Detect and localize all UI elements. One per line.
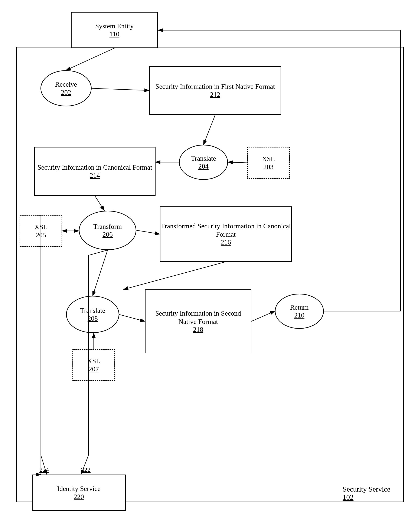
transformed-security-box: Transformed Security Information in Cano…	[160, 206, 292, 262]
security-first-box: Security Information in First Native For…	[149, 66, 281, 115]
receive-ellipse: Receive 202	[40, 70, 92, 106]
translate-208-ellipse: Translate 208	[66, 296, 119, 333]
xsl-203-box: XSL 203	[247, 147, 290, 179]
system-entity-box: System Entity 110	[71, 12, 158, 48]
security-service-box	[16, 47, 404, 502]
security-service-label: Security Service 102	[343, 485, 390, 501]
translate-204-ellipse: Translate 204	[179, 145, 228, 180]
security-second-box: Security Information in Second Native Fo…	[145, 289, 251, 353]
transform-206-ellipse: Transform 206	[79, 211, 136, 250]
xsl-205-box: XSL 205	[20, 215, 62, 247]
diagram: Security Service 102 System Entity 110 R…	[0, 0, 418, 532]
return-210-ellipse: Return 210	[275, 294, 324, 329]
security-canonical-box: Security Information in Canonical Format…	[34, 147, 155, 196]
identity-service-box: Identity Service 220	[32, 475, 126, 511]
label-224: 224	[39, 466, 49, 473]
xsl-207-box: XSL 207	[72, 349, 115, 381]
label-222: 222	[81, 466, 91, 473]
